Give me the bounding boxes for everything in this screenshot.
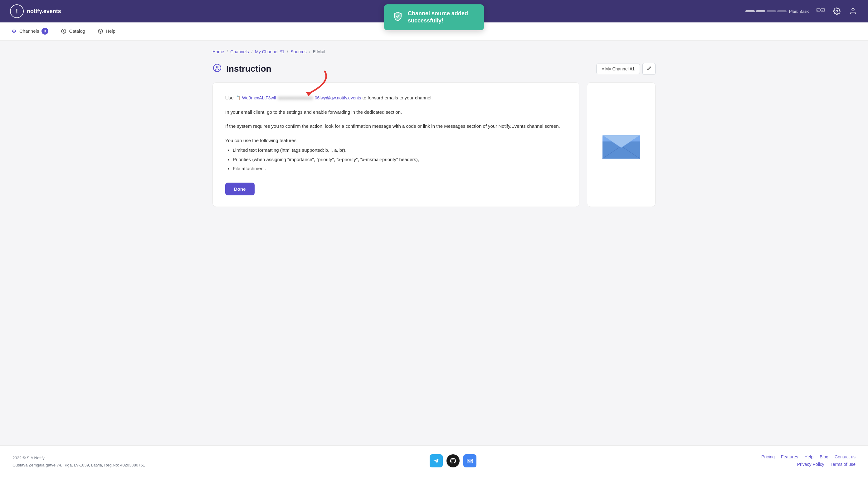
footer-link-features[interactable]: Features [781, 454, 798, 459]
content-layout: Use 📋 Wd9mcxALtF3wfl xxxxxxxxxxxxxxxx 06… [213, 82, 655, 207]
features-intro: You can use the following features: [225, 138, 298, 143]
use-prefix: Use [225, 95, 234, 100]
main-content: Home / Channels / My Channel #1 / Source… [200, 40, 668, 445]
plan-seg-1 [745, 10, 755, 12]
user-icon[interactable] [848, 6, 858, 16]
page-title-area: Instruction [213, 63, 272, 75]
header-right: Plan: Basic A A [745, 6, 858, 16]
nav-help-label: Help [106, 28, 116, 34]
plan-bar: Plan: Basic [745, 9, 809, 14]
edit-button[interactable] [643, 63, 655, 75]
instruction-line2: In your email client, go to the settings… [225, 108, 567, 116]
nav-help[interactable]: Help [96, 23, 117, 40]
feature-item-3: File attachment. [233, 165, 567, 173]
back-to-channel-button[interactable]: « My Channel #1 [596, 64, 640, 74]
nav-channels-label: Channels [19, 28, 39, 34]
logo-icon: ! [10, 4, 24, 18]
svg-point-7 [100, 32, 101, 33]
footer-link-pricing[interactable]: Pricing [761, 454, 775, 459]
svg-rect-15 [467, 459, 473, 463]
footer-social-links [430, 454, 476, 468]
social-github-icon[interactable] [446, 454, 460, 468]
email-suffix: 06lwy@gw.notify.events [315, 94, 361, 102]
footer-right: Pricing Features Help Blog Contact us Pr… [761, 454, 856, 469]
plan-label: Plan: Basic [789, 9, 809, 14]
breadcrumb-home[interactable]: Home [213, 49, 224, 54]
page-header: Instruction « My Channel #1 [213, 63, 655, 75]
header-actions: « My Channel #1 [596, 63, 655, 75]
breadcrumb-current: E-Mail [313, 49, 326, 54]
svg-text:A: A [822, 9, 823, 11]
toast-notification: Channel source added successfully! [384, 4, 484, 30]
svg-point-4 [852, 8, 854, 11]
nav-channels-badge: 3 [41, 28, 49, 35]
logo-area[interactable]: ! notify.events [10, 4, 61, 18]
footer-link-privacy[interactable]: Privacy Policy [797, 462, 824, 467]
footer-link-help[interactable]: Help [804, 454, 813, 459]
use-suffix: to forward emails to your channel. [363, 95, 433, 100]
social-telegram-icon[interactable] [430, 454, 443, 468]
plan-seg-2 [756, 10, 765, 12]
plan-seg-4 [777, 10, 786, 12]
page-title: Instruction [226, 64, 272, 74]
nav-channels[interactable]: Channels 3 [10, 23, 50, 40]
nav-catalog[interactable]: Catalog [60, 23, 86, 40]
instruction-icon [213, 63, 222, 75]
features-list: You can use the following features: Limi… [225, 136, 567, 173]
footer-address: Gustava Zemgala gatve 74, Riga, LV-1039,… [12, 462, 145, 469]
email-envelope-illustration [601, 129, 642, 160]
footer-link-blog[interactable]: Blog [819, 454, 828, 459]
settings-icon[interactable] [832, 6, 842, 16]
plan-seg-3 [767, 10, 776, 12]
email-illustration-card [587, 82, 655, 207]
toast-shield-icon [393, 11, 403, 23]
translate-icon[interactable]: A A [815, 6, 826, 16]
email-prefix: Wd9mcxALtF3wfl [242, 94, 276, 102]
features-ul: Limited text formatting (html tags suppo… [225, 146, 567, 173]
done-button[interactable]: Done [225, 182, 255, 195]
plan-progress [745, 10, 786, 12]
breadcrumb: Home / Channels / My Channel #1 / Source… [213, 49, 655, 54]
instruction-card: Use 📋 Wd9mcxALtF3wfl xxxxxxxxxxxxxxxx 06… [213, 82, 579, 207]
footer-link-contact[interactable]: Contact us [835, 454, 856, 459]
blurred-email-mid: xxxxxxxxxxxxxxxx [278, 94, 313, 102]
feature-item-2: Priorities (when assigning "importance",… [233, 156, 567, 164]
breadcrumb-channels[interactable]: Channels [230, 49, 249, 54]
toast-message: Channel source added successfully! [408, 10, 468, 25]
copy-icon[interactable]: 📋 [235, 94, 240, 102]
social-email-icon[interactable] [463, 454, 476, 468]
svg-point-9 [216, 66, 218, 68]
footer-left: 2022 © SIA Notify Gustava Zemgala gatve … [12, 454, 145, 469]
instruction-use-text: Use 📋 Wd9mcxALtF3wfl xxxxxxxxxxxxxxxx 06… [225, 94, 567, 102]
svg-text:A: A [817, 9, 818, 11]
breadcrumb-channel[interactable]: My Channel #1 [255, 49, 284, 54]
nav-catalog-label: Catalog [69, 28, 85, 34]
breadcrumb-sources[interactable]: Sources [290, 49, 306, 54]
email-copy-area: 📋 Wd9mcxALtF3wfl xxxxxxxxxxxxxxxx 06lwy@… [235, 94, 361, 102]
feature-item-1: Limited text formatting (html tags suppo… [233, 146, 567, 154]
footer-links-row-2: Privacy Policy Terms of use [761, 462, 856, 467]
footer-links-row-1: Pricing Features Help Blog Contact us [761, 454, 856, 459]
instruction-line3: If the system requires you to confirm th… [225, 122, 567, 130]
logo-text: notify.events [27, 8, 61, 15]
footer-link-terms[interactable]: Terms of use [831, 462, 856, 467]
footer-copyright: 2022 © SIA Notify [12, 454, 145, 462]
footer: 2022 © SIA Notify Gustava Zemgala gatve … [0, 445, 868, 478]
